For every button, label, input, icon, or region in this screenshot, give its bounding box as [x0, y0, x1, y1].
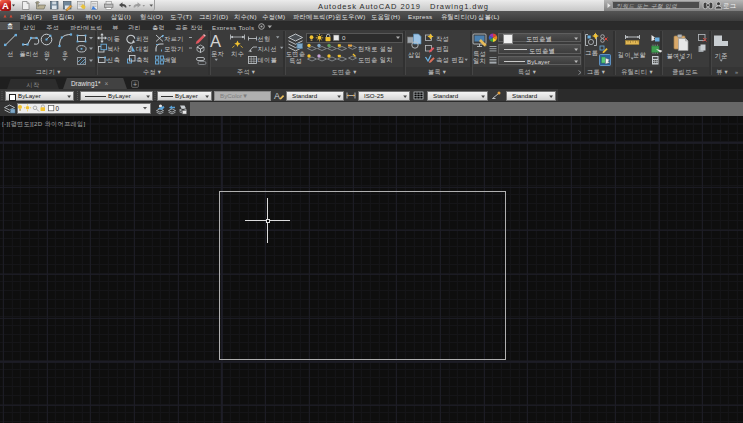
svg-text:A: A [274, 91, 280, 101]
